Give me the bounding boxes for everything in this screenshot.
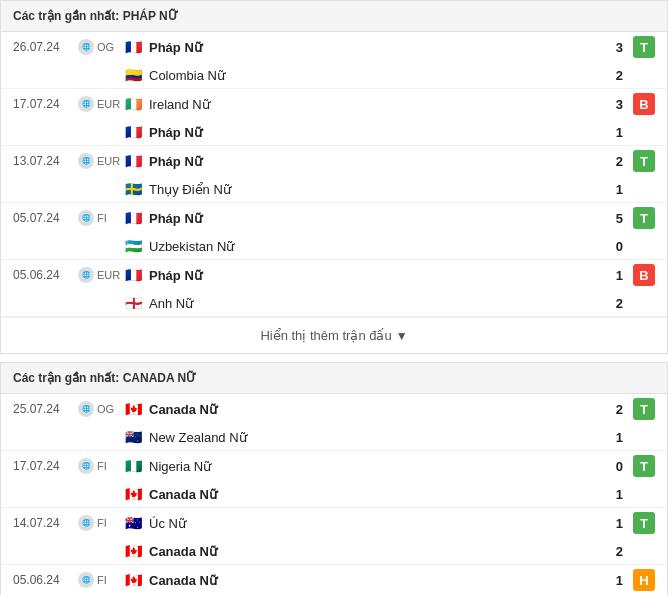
result-badge: B xyxy=(633,264,655,286)
match-date: 17.07.24 xyxy=(13,97,78,111)
comp-icon: 🌐 xyxy=(78,572,94,588)
comp-label: FI xyxy=(97,212,107,224)
team-name: Canada Nữ xyxy=(149,402,217,417)
team-info: 🇨🇴Colombia Nữ xyxy=(123,68,603,83)
result-badge: T xyxy=(633,150,655,172)
match-comp: 🌐EUR xyxy=(78,267,118,283)
result-badge: H xyxy=(633,569,655,591)
comp-icon: 🌐 xyxy=(78,458,94,474)
match-row-team2: 🇳🇿New Zealand Nữ1 xyxy=(1,424,667,450)
comp-label: FI xyxy=(97,460,107,472)
team-name: Nigeria Nữ xyxy=(149,459,211,474)
result-badge: T xyxy=(633,455,655,477)
section-header: Các trận gần nhất: PHÁP NỮ xyxy=(1,1,667,32)
team-info: 🇫🇷Pháp Nữ xyxy=(123,154,603,169)
score: 2 xyxy=(603,402,623,417)
match-row-team2: 🇫🇷Pháp Nữ1 xyxy=(1,119,667,145)
score: 5 xyxy=(603,211,623,226)
match-date: 13.07.24 xyxy=(13,154,78,168)
team-info: 🇨🇦Canada Nữ xyxy=(123,487,603,502)
match-group: 05.07.24🌐FI🇫🇷Pháp Nữ5T🇺🇿Uzbekistan Nữ0 xyxy=(1,203,667,260)
match-group: 05.06.24🌐FI🇨🇦Canada Nữ1H🇲🇽Mexico Nữ1 xyxy=(1,565,667,595)
flag: 🇺🇿 xyxy=(123,239,143,253)
date-comp: 05.06.24🌐FI xyxy=(13,572,123,588)
flag: 🇳🇬 xyxy=(123,459,143,473)
match-row-team2: 🇨🇴Colombia Nữ2 xyxy=(1,62,667,88)
match-group: 26.07.24🌐OG🇫🇷Pháp Nữ3T🇨🇴Colombia Nữ2 xyxy=(1,32,667,89)
match-date: 05.06.24 xyxy=(13,268,78,282)
comp-label: FI xyxy=(97,517,107,529)
flag: 🇨🇴 xyxy=(123,68,143,82)
score: 1 xyxy=(603,573,623,588)
show-more-button[interactable]: Hiển thị thêm trận đấu▼ xyxy=(1,317,667,353)
team-name: Anh Nữ xyxy=(149,296,193,311)
comp-icon: 🌐 xyxy=(78,210,94,226)
match-comp: 🌐FI xyxy=(78,572,118,588)
match-row-team1: 26.07.24🌐OG🇫🇷Pháp Nữ3T xyxy=(1,32,667,62)
match-row-team1: 05.07.24🌐FI🇫🇷Pháp Nữ5T xyxy=(1,203,667,233)
match-row-team2: 🇸🇪Thụy Điển Nữ1 xyxy=(1,176,667,202)
team-name: Thụy Điển Nữ xyxy=(149,182,231,197)
flag: 🇫🇷 xyxy=(123,125,143,139)
team-name: Pháp Nữ xyxy=(149,125,202,140)
comp-label: EUR xyxy=(97,269,120,281)
match-row-team1: 05.06.24🌐FI🇨🇦Canada Nữ1H xyxy=(1,565,667,595)
match-comp: 🌐EUR xyxy=(78,153,118,169)
date-comp: 17.07.24🌐EUR xyxy=(13,96,123,112)
date-comp: 26.07.24🌐OG xyxy=(13,39,123,55)
date-comp: 05.07.24🌐FI xyxy=(13,210,123,226)
score: 1 xyxy=(603,268,623,283)
comp-icon: 🌐 xyxy=(78,96,94,112)
team-info: 🇫🇷Pháp Nữ xyxy=(123,125,603,140)
match-row-team2: 🇨🇦Canada Nữ2 xyxy=(1,538,667,564)
match-row-team1: 17.07.24🌐FI🇳🇬Nigeria Nữ0T xyxy=(1,451,667,481)
team-name: Pháp Nữ xyxy=(149,268,202,283)
flag: 🇫🇷 xyxy=(123,40,143,54)
match-group: 17.07.24🌐FI🇳🇬Nigeria Nữ0T🇨🇦Canada Nữ1 xyxy=(1,451,667,508)
flag: 🇫🇷 xyxy=(123,268,143,282)
team-name: Uzbekistan Nữ xyxy=(149,239,234,254)
team-name: Pháp Nữ xyxy=(149,211,202,226)
result-badge: B xyxy=(633,93,655,115)
team-info: 🇳🇬Nigeria Nữ xyxy=(123,459,603,474)
match-comp: 🌐FI xyxy=(78,458,118,474)
comp-icon: 🌐 xyxy=(78,267,94,283)
date-comp: 05.06.24🌐EUR xyxy=(13,267,123,283)
team-info: 🇮🇪Ireland Nữ xyxy=(123,97,603,112)
match-comp: 🌐FI xyxy=(78,210,118,226)
match-row-team2: 🏴󠁧󠁢󠁥󠁮󠁧󠁿Anh Nữ2 xyxy=(1,290,667,316)
comp-label: EUR xyxy=(97,155,120,167)
team-name: Canada Nữ xyxy=(149,487,217,502)
date-comp: 17.07.24🌐FI xyxy=(13,458,123,474)
section-canada: Các trận gần nhất: CANADA NỮ25.07.24🌐OG🇨… xyxy=(0,362,668,595)
flag: 🇦🇺 xyxy=(123,516,143,530)
match-date: 05.07.24 xyxy=(13,211,78,225)
team-name: Pháp Nữ xyxy=(149,154,202,169)
date-comp: 14.07.24🌐FI xyxy=(13,515,123,531)
flag: 🇨🇦 xyxy=(123,402,143,416)
comp-icon: 🌐 xyxy=(78,401,94,417)
score: 1 xyxy=(603,430,623,445)
team-name: Canada Nữ xyxy=(149,573,217,588)
comp-label: OG xyxy=(97,41,114,53)
match-row-team1: 05.06.24🌐EUR🇫🇷Pháp Nữ1B xyxy=(1,260,667,290)
match-comp: 🌐EUR xyxy=(78,96,118,112)
match-date: 17.07.24 xyxy=(13,459,78,473)
match-group: 25.07.24🌐OG🇨🇦Canada Nữ2T🇳🇿New Zealand Nữ… xyxy=(1,394,667,451)
comp-label: EUR xyxy=(97,98,120,110)
flag: 🇮🇪 xyxy=(123,97,143,111)
match-date: 26.07.24 xyxy=(13,40,78,54)
score: 0 xyxy=(603,459,623,474)
match-date: 25.07.24 xyxy=(13,402,78,416)
result-badge: T xyxy=(633,512,655,534)
flag: 🇳🇿 xyxy=(123,430,143,444)
team-info: 🇫🇷Pháp Nữ xyxy=(123,40,603,55)
match-comp: 🌐FI xyxy=(78,515,118,531)
team-name: Colombia Nữ xyxy=(149,68,225,83)
match-row-team1: 25.07.24🌐OG🇨🇦Canada Nữ2T xyxy=(1,394,667,424)
team-name: Pháp Nữ xyxy=(149,40,202,55)
match-group: 17.07.24🌐EUR🇮🇪Ireland Nữ3B🇫🇷Pháp Nữ1 xyxy=(1,89,667,146)
flag: 🇨🇦 xyxy=(123,573,143,587)
team-info: 🇫🇷Pháp Nữ xyxy=(123,211,603,226)
team-info: 🇦🇺Úc Nữ xyxy=(123,516,603,531)
